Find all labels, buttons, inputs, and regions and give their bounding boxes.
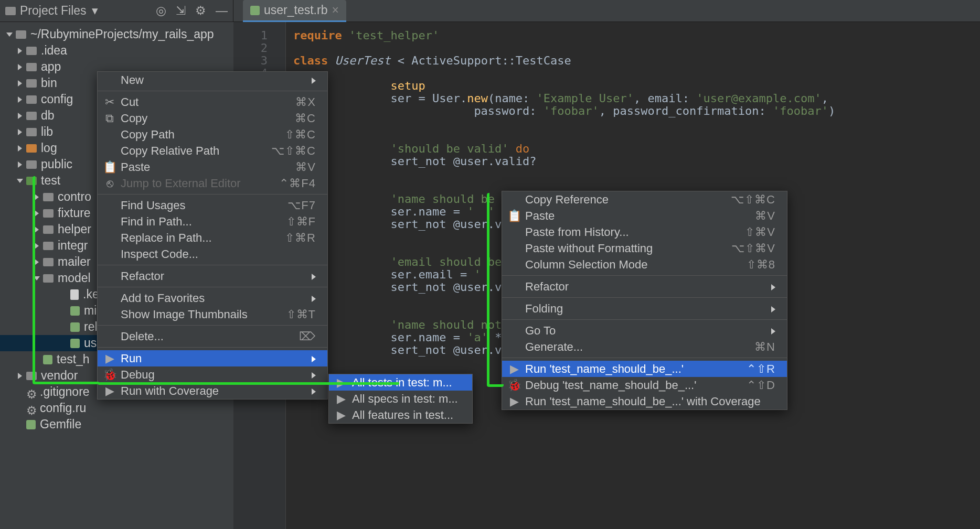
menu-find-usages[interactable]: Find Usages⌥F7 — [98, 197, 327, 213]
menu2-run-test[interactable]: ▶Run 'test_name_should_be_...'⌃⇧R — [502, 361, 787, 377]
menu-run-coverage[interactable]: ▶Run with Coverage — [98, 383, 327, 399]
tree-item[interactable]: db — [41, 109, 55, 123]
tree-item[interactable]: fixture — [58, 206, 91, 220]
menu-refactor[interactable]: Refactor — [98, 268, 327, 284]
menu2-debug-test[interactable]: 🐞Debug 'test_name_should_be_...'⌃⇧D — [502, 377, 787, 393]
menu-copy[interactable]: ⧉Copy⌘C — [98, 110, 327, 126]
menu2-run-coverage[interactable]: ▶Run 'test_name_should_be_...' with Cove… — [502, 393, 787, 409]
tree-item[interactable]: contro — [58, 190, 91, 204]
menu-copy-path[interactable]: Copy Path⇧⌘C — [98, 126, 327, 143]
folder-icon — [5, 7, 16, 15]
tree-item[interactable]: Gemfile — [40, 417, 81, 431]
menu-run[interactable]: ▶Run — [98, 350, 327, 366]
menu-replace-in-path[interactable]: Replace in Path...⇧⌘R — [98, 230, 327, 246]
chevron-down-icon[interactable]: ▾ — [92, 4, 98, 18]
menu-cut[interactable]: ✂Cut⌘X — [98, 94, 327, 110]
menu-delete[interactable]: Delete...⌦ — [98, 328, 327, 344]
tree-item[interactable]: .idea — [41, 44, 67, 58]
menu-debug[interactable]: 🐞Debug — [98, 366, 327, 383]
tree-item-test[interactable]: test — [41, 174, 60, 188]
tree-item[interactable]: helper — [58, 222, 91, 236]
collapse-icon[interactable]: ⇲ — [176, 4, 186, 18]
menu-inspect-code[interactable]: Inspect Code... — [98, 246, 327, 262]
menu-copy-rel-path[interactable]: Copy Relative Path⌥⇧⌘C — [98, 143, 327, 159]
tree-item[interactable]: vendor — [41, 369, 78, 383]
project-panel-title: Project Files — [20, 4, 87, 18]
project-panel-header: Project Files ▾ ◎ ⇲ ⚙ — — [0, 0, 233, 21]
menu2-column-select[interactable]: Column Selection Mode⇧⌘8 — [502, 256, 787, 273]
minimize-icon[interactable]: — — [216, 4, 228, 18]
menu-jump-external: ⎋Jump to External Editor⌃⌘F4 — [98, 175, 327, 191]
menu-find-in-path[interactable]: Find in Path...⇧⌘F — [98, 213, 327, 230]
tab-user-test[interactable]: user_test.rb × — [243, 0, 346, 22]
tree-item[interactable]: bin — [41, 76, 57, 90]
tree-item[interactable]: public — [41, 157, 72, 171]
menu2-paste-history[interactable]: Paste from History...⇧⌘V — [502, 224, 787, 240]
tree-item[interactable]: integr — [58, 239, 88, 253]
gear-icon[interactable]: ⚙ — [195, 4, 206, 18]
tree-item[interactable]: app — [41, 60, 61, 74]
editor-tabs: user_test.rb × — [233, 0, 346, 22]
menu2-paste[interactable]: 📋Paste⌘V — [502, 208, 787, 224]
menu-paste[interactable]: 📋Paste⌘V — [98, 159, 327, 175]
tree-root[interactable]: ~/RubymineProjects/my_rails_app — [30, 27, 214, 41]
tree-context-menu: New ✂Cut⌘X ⧉Copy⌘C Copy Path⇧⌘C Copy Rel… — [97, 71, 328, 400]
ruby-file-icon — [250, 6, 260, 15]
menu-add-favorites[interactable]: Add to Favorites — [98, 290, 327, 306]
tree-item[interactable]: lib — [41, 125, 53, 139]
close-icon[interactable]: × — [332, 3, 338, 17]
menu2-paste-plain[interactable]: Paste without Formatting⌥⇧⌘V — [502, 240, 787, 256]
tree-item[interactable]: config.ru — [40, 401, 86, 415]
target-icon[interactable]: ◎ — [156, 4, 166, 18]
tree-item[interactable]: .gitignore — [40, 385, 90, 399]
submenu-all-features[interactable]: ▶All features in test... — [329, 407, 472, 423]
menu2-copy-ref[interactable]: Copy Reference⌥⇧⌘C — [502, 191, 787, 208]
menu2-folding[interactable]: Folding — [502, 300, 787, 317]
menu2-refactor[interactable]: Refactor — [502, 278, 787, 295]
editor-context-menu: Copy Reference⌥⇧⌘C 📋Paste⌘V Paste from H… — [502, 191, 787, 410]
submenu-all-specs[interactable]: ▶All specs in test: m... — [329, 391, 472, 407]
tree-item[interactable]: test_h — [57, 352, 90, 366]
tree-item[interactable]: rel — [84, 320, 98, 334]
tab-label: user_test.rb — [264, 3, 327, 17]
run-submenu: ▶All tests in test: m... ▶All specs in t… — [328, 374, 473, 424]
tree-item[interactable]: mailer — [58, 255, 91, 269]
menu-new[interactable]: New — [98, 72, 327, 88]
tree-item[interactable]: config — [41, 92, 73, 106]
menu2-goto[interactable]: Go To — [502, 322, 787, 339]
tree-item[interactable]: mi — [84, 304, 97, 318]
tree-item[interactable]: log — [41, 141, 57, 155]
tree-item-models[interactable]: model — [58, 271, 91, 285]
menu2-generate[interactable]: Generate...⌘N — [502, 339, 787, 355]
submenu-all-tests[interactable]: ▶All tests in test: m... — [329, 374, 472, 391]
menu-show-thumbnails[interactable]: Show Image Thumbnails⇧⌘T — [98, 306, 327, 322]
